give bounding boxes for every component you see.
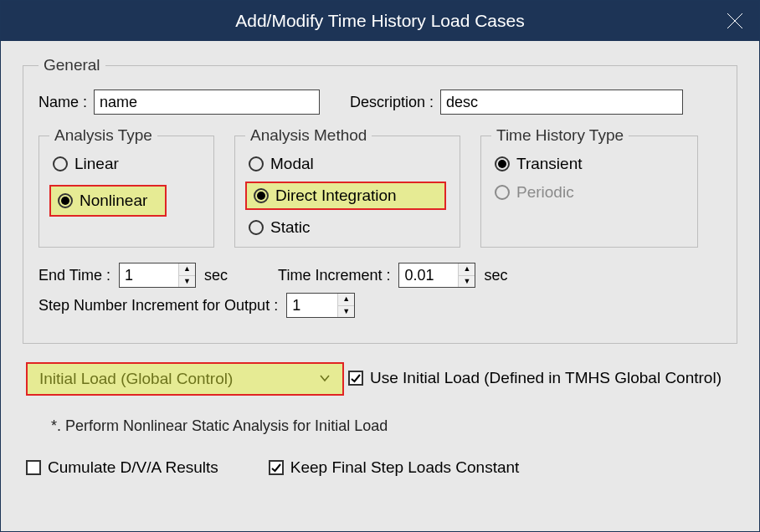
- modal-radio[interactable]: Modal: [245, 153, 449, 175]
- checkbox-icon: [348, 371, 363, 386]
- spin-up-icon[interactable]: ▲: [338, 294, 354, 306]
- radio-icon: [495, 156, 510, 171]
- step-increment-label: Step Number Increment for Output :: [39, 297, 278, 315]
- periodic-label: Periodic: [516, 183, 574, 202]
- spin-down-icon[interactable]: ▼: [338, 306, 354, 318]
- radio-icon: [53, 156, 68, 171]
- time-history-type-legend: Time History Type: [491, 126, 629, 145]
- initial-load-dropdown-label: Initial Load (Global Control): [39, 370, 233, 388]
- static-radio[interactable]: Static: [245, 217, 449, 238]
- titlebar: Add/Modify Time History Load Cases: [1, 1, 759, 41]
- close-icon[interactable]: [726, 12, 744, 30]
- dialog-window: Add/Modify Time History Load Cases Gener…: [0, 0, 760, 532]
- transient-label: Transient: [516, 155, 583, 173]
- general-group: General Name : Description : Analysis Ty…: [23, 56, 737, 344]
- time-increment-label: Time Increment :: [278, 267, 390, 284]
- time-increment-unit: sec: [484, 267, 507, 284]
- step-increment-spin[interactable]: ▲ ▼: [286, 293, 355, 318]
- radio-icon: [254, 188, 269, 203]
- step-increment-input[interactable]: [287, 294, 337, 317]
- general-legend: General: [39, 56, 105, 74]
- end-time-input[interactable]: [120, 263, 178, 287]
- use-initial-load-checkbox[interactable]: Use Initial Load (Defined in TMHS Global…: [348, 369, 721, 387]
- keep-final-step-checkbox[interactable]: Keep Final Step Loads Constant: [269, 458, 520, 477]
- transient-radio[interactable]: Transient: [491, 153, 687, 175]
- nonlinear-highlight: Nonlinear: [49, 185, 167, 217]
- modal-label: Modal: [270, 155, 314, 173]
- initial-load-note: *. Perform Nonlinear Static Analysis for…: [51, 417, 737, 435]
- name-label: Name :: [39, 94, 87, 111]
- cumulate-results-checkbox[interactable]: Cumulate D/V/A Results: [26, 458, 218, 477]
- checkbox-icon: [26, 460, 41, 475]
- spin-down-icon[interactable]: ▼: [459, 276, 475, 288]
- spin-up-icon[interactable]: ▲: [459, 263, 475, 276]
- analysis-method-group: Analysis Method Modal Direct Integration: [234, 126, 460, 248]
- linear-label: Linear: [74, 155, 119, 173]
- radio-icon: [249, 156, 264, 171]
- direct-integration-highlight: Direct Integration: [245, 182, 446, 210]
- radio-icon: [495, 185, 510, 200]
- end-time-unit: sec: [204, 267, 228, 284]
- direct-integration-radio[interactable]: Direct Integration: [250, 185, 441, 207]
- nonlinear-label: Nonlinear: [80, 192, 147, 210]
- spin-up-icon[interactable]: ▲: [179, 263, 195, 276]
- checkbox-icon: [269, 460, 284, 475]
- radio-icon: [249, 220, 264, 235]
- window-title: Add/Modify Time History Load Cases: [235, 11, 524, 31]
- use-initial-load-label: Use Initial Load (Defined in TMHS Global…: [370, 369, 721, 387]
- time-increment-input[interactable]: [399, 263, 458, 287]
- description-input[interactable]: [440, 90, 683, 115]
- linear-radio[interactable]: Linear: [49, 153, 203, 175]
- cumulate-results-label: Cumulate D/V/A Results: [48, 458, 218, 477]
- chevron-down-icon: [319, 370, 331, 388]
- end-time-label: End Time :: [39, 267, 110, 284]
- description-label: Description :: [350, 94, 434, 111]
- name-input[interactable]: [94, 90, 320, 115]
- keep-final-step-label: Keep Final Step Loads Constant: [290, 458, 520, 477]
- nonlinear-radio[interactable]: Nonlinear: [54, 190, 162, 212]
- time-increment-spin[interactable]: ▲ ▼: [398, 263, 475, 288]
- analysis-type-group: Analysis Type Linear Nonlinear: [39, 126, 214, 248]
- spin-down-icon[interactable]: ▼: [179, 276, 195, 288]
- analysis-type-legend: Analysis Type: [49, 126, 157, 145]
- analysis-method-legend: Analysis Method: [245, 126, 372, 145]
- time-history-type-group: Time History Type Transient Periodic: [480, 126, 698, 248]
- periodic-radio: Periodic: [491, 182, 687, 203]
- static-label: Static: [270, 218, 311, 237]
- end-time-spin[interactable]: ▲ ▼: [119, 263, 196, 288]
- initial-load-dropdown[interactable]: Initial Load (Global Control): [26, 362, 344, 396]
- direct-integration-label: Direct Integration: [275, 187, 397, 205]
- radio-icon: [58, 193, 73, 208]
